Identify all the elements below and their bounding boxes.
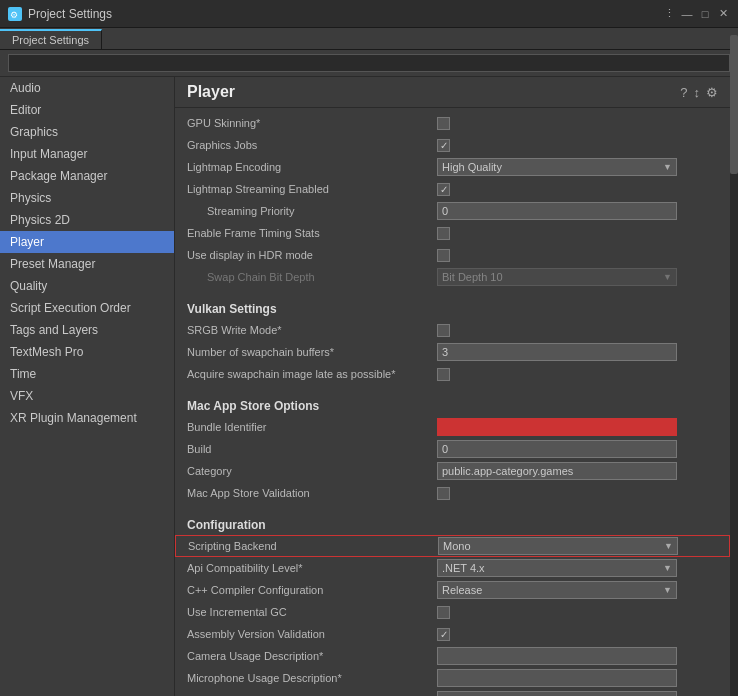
label-mac-validation: Mac App Store Validation [187, 487, 437, 499]
sidebar-item-textmesh[interactable]: TextMesh Pro [0, 341, 174, 363]
sidebar-item-input-manager[interactable]: Input Manager [0, 143, 174, 165]
scrollbar-thumb[interactable] [730, 35, 738, 174]
value-graphics-jobs [437, 139, 718, 152]
menu-icon[interactable]: ⋮ [662, 7, 676, 21]
sidebar-item-tags-layers[interactable]: Tags and Layers [0, 319, 174, 341]
input-category[interactable] [437, 462, 677, 480]
label-streaming-priority: Streaming Priority [187, 205, 437, 217]
content-header: Player ? ↕ ⚙ [175, 77, 730, 108]
checkbox-frame-timing[interactable] [437, 227, 450, 240]
checkbox-lightmap-streaming[interactable] [437, 183, 450, 196]
window-controls: ⋮ — □ ✕ [662, 7, 730, 21]
label-camera-usage: Camera Usage Description* [187, 650, 437, 662]
dropdown-swap-chain[interactable]: Bit Depth 10 ▼ [437, 268, 677, 286]
input-streaming-priority[interactable] [437, 202, 677, 220]
label-scripting-backend: Scripting Backend [188, 540, 438, 552]
title-bar: ⚙ Project Settings ⋮ — □ ✕ [0, 0, 738, 28]
row-api-compat: Api Compatibility Level* .NET 4.x ▼ [175, 557, 730, 579]
section-gpu: GPU Skinning* Graphics Jobs Lightmap Enc… [175, 108, 730, 292]
row-mac-validation: Mac App Store Validation [175, 482, 730, 504]
label-gpu-skinning: GPU Skinning* [187, 117, 437, 129]
svg-text:⚙: ⚙ [10, 10, 18, 20]
sidebar-item-preset-manager[interactable]: Preset Manager [0, 253, 174, 275]
dropdown-arrow-api: ▼ [663, 563, 672, 573]
value-hdr-mode [437, 249, 718, 262]
label-srgb-write: SRGB Write Mode* [187, 324, 437, 336]
checkbox-incremental-gc[interactable] [437, 606, 450, 619]
checkbox-hdr-mode[interactable] [437, 249, 450, 262]
sidebar-item-editor[interactable]: Editor [0, 99, 174, 121]
checkbox-assembly-validation[interactable] [437, 628, 450, 641]
value-category [437, 462, 718, 480]
tab-project-settings[interactable]: Project Settings [0, 29, 102, 49]
row-category: Category [175, 460, 730, 482]
app-icon: ⚙ [8, 7, 22, 21]
sidebar-item-package-manager[interactable]: Package Manager [0, 165, 174, 187]
close-button[interactable]: ✕ [716, 7, 730, 21]
sidebar-item-audio[interactable]: Audio [0, 77, 174, 99]
search-bar [0, 50, 738, 77]
value-swap-chain: Bit Depth 10 ▼ [437, 268, 718, 286]
value-lightmap-streaming [437, 183, 718, 196]
sidebar-item-player[interactable]: Player [0, 231, 174, 253]
search-input[interactable] [8, 54, 730, 72]
row-bundle-identifier: Bundle Identifier [175, 416, 730, 438]
checkbox-graphics-jobs[interactable] [437, 139, 450, 152]
title-bar-title: Project Settings [28, 7, 112, 21]
label-lightmap-encoding: Lightmap Encoding [187, 161, 437, 173]
input-scripting-symbols[interactable] [437, 691, 677, 696]
label-api-compat: Api Compatibility Level* [187, 562, 437, 574]
settings-icon[interactable]: ⚙ [706, 85, 718, 100]
section-mac-app: Mac App Store Options Bundle Identifier … [175, 389, 730, 508]
row-scripting-symbols: Scripting Define Symbols [175, 689, 730, 696]
checkbox-gpu-skinning[interactable] [437, 117, 450, 130]
row-frame-timing: Enable Frame Timing Stats [175, 222, 730, 244]
sidebar-item-graphics[interactable]: Graphics [0, 121, 174, 143]
checkbox-acquire-late[interactable] [437, 368, 450, 381]
input-microphone-usage[interactable] [437, 669, 677, 687]
sidebar-item-physics2d[interactable]: Physics 2D [0, 209, 174, 231]
dropdown-cpp-compiler[interactable]: Release ▼ [437, 581, 677, 599]
label-category: Category [187, 465, 437, 477]
sidebar-item-quality[interactable]: Quality [0, 275, 174, 297]
minimize-button[interactable]: — [680, 7, 694, 21]
checkbox-srgb-write[interactable] [437, 324, 450, 337]
sidebar-item-vfx[interactable]: VFX [0, 385, 174, 407]
right-scrollbar[interactable] [730, 77, 738, 696]
main-layout: Audio Editor Graphics Input Manager Pack… [0, 77, 738, 696]
input-build[interactable] [437, 440, 677, 458]
preset-icon[interactable]: ↕ [694, 85, 701, 100]
sidebar-item-xr[interactable]: XR Plugin Management [0, 407, 174, 429]
value-assembly-validation [437, 628, 718, 641]
dropdown-scripting-backend[interactable]: Mono ▼ [438, 537, 678, 555]
value-lightmap-encoding: High Quality ▼ [437, 158, 718, 176]
value-gpu-skinning [437, 117, 718, 130]
dropdown-lightmap-encoding[interactable]: High Quality ▼ [437, 158, 677, 176]
input-camera-usage[interactable] [437, 647, 677, 665]
row-incremental-gc: Use Incremental GC [175, 601, 730, 623]
input-swapchain-buffers[interactable] [437, 343, 677, 361]
sidebar-item-script-execution[interactable]: Script Execution Order [0, 297, 174, 319]
dropdown-api-compat[interactable]: .NET 4.x ▼ [437, 559, 677, 577]
value-scripting-backend: Mono ▼ [438, 537, 717, 555]
dropdown-arrow: ▼ [663, 162, 672, 172]
row-hdr-mode: Use display in HDR mode [175, 244, 730, 266]
help-icon[interactable]: ? [680, 85, 687, 100]
content-toolbar: ? ↕ ⚙ [680, 85, 718, 100]
maximize-button[interactable]: □ [698, 7, 712, 21]
row-gpu-skinning: GPU Skinning* [175, 112, 730, 134]
value-scripting-symbols [437, 691, 718, 696]
value-mac-validation [437, 487, 718, 500]
sidebar-item-time[interactable]: Time [0, 363, 174, 385]
section-header-vulkan: Vulkan Settings [175, 296, 730, 319]
label-microphone-usage: Microphone Usage Description* [187, 672, 437, 684]
checkbox-mac-validation[interactable] [437, 487, 450, 500]
label-acquire-late: Acquire swapchain image late as possible… [187, 368, 437, 380]
label-hdr-mode: Use display in HDR mode [187, 249, 437, 261]
row-acquire-late: Acquire swapchain image late as possible… [175, 363, 730, 385]
sidebar-item-physics[interactable]: Physics [0, 187, 174, 209]
value-incremental-gc [437, 606, 718, 619]
sidebar: Audio Editor Graphics Input Manager Pack… [0, 77, 175, 696]
input-bundle-identifier[interactable] [437, 418, 677, 436]
row-lightmap-encoding: Lightmap Encoding High Quality ▼ [175, 156, 730, 178]
